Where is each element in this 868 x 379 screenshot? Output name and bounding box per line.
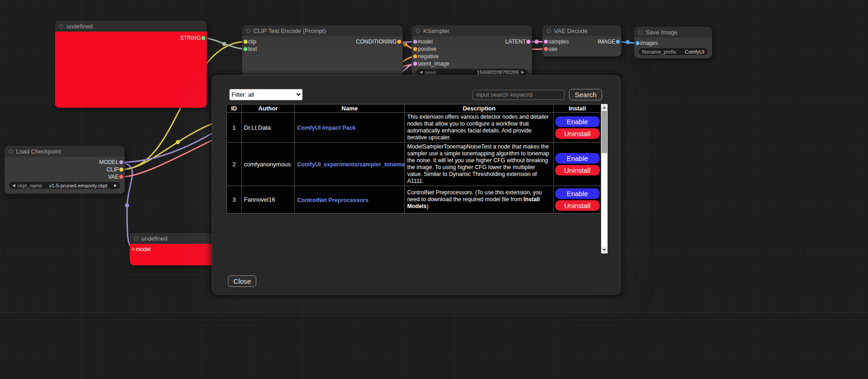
search-input[interactable] [473, 90, 564, 100]
node-undefined-top[interactable]: undefined STRING [55, 21, 207, 108]
output-label-string: STRING [180, 35, 201, 41]
wire-midpoint-dot [626, 40, 630, 44]
next-arrow-icon[interactable] [114, 182, 117, 189]
input-label-model: model [136, 246, 151, 253]
extension-link[interactable]: ComfyUI_experiments/sampler_tonemap [297, 161, 405, 168]
output-slot-latent[interactable] [526, 40, 531, 44]
canvas-axis-horizontal [0, 312, 868, 313]
input-slot-model[interactable] [131, 247, 135, 252]
close-button[interactable]: Close [228, 275, 256, 287]
output-label-latent: LATENT [505, 38, 526, 45]
widget-value-filename-prefix: ComfyUI [685, 49, 704, 55]
output-label-conditioning: CONDITIONING [356, 38, 397, 45]
widget-value-seed: 156680208700286 [477, 70, 519, 75]
slot-row: model LATENT [412, 38, 532, 45]
node-title: undefined [66, 23, 93, 30]
table-header-row: ID Author Name Description Install [227, 104, 601, 113]
scroll-down-button[interactable] [601, 247, 608, 253]
output-slot-clip[interactable] [119, 168, 123, 172]
node-vae-decode[interactable]: VAE Decode samples IMAGE vae [542, 25, 621, 56]
node-title-bar[interactable]: CLIP Text Encode (Prompt) [242, 25, 403, 36]
uninstall-button[interactable]: Uninstall [555, 165, 600, 176]
input-label-model: model [418, 38, 433, 45]
output-slot-string[interactable] [201, 36, 205, 40]
cell-author: Fannovel16 [242, 186, 295, 214]
input-slot-vae[interactable] [544, 47, 548, 51]
enable-button[interactable]: Enable [555, 116, 600, 127]
cell-description: ModelSamplerTonemapNoiseTest a node that… [405, 143, 554, 186]
increase-arrow-icon[interactable] [521, 69, 524, 76]
input-label-images: images [640, 40, 658, 46]
node-body: samples IMAGE vae [542, 36, 621, 56]
cell-install: Enable Uninstall [554, 143, 601, 186]
cell-author: comfyanonymous [242, 143, 295, 186]
input-label-vae: vae [548, 46, 557, 52]
cell-description: This extension offers various detector n… [405, 113, 554, 143]
input-slot-samples[interactable] [544, 40, 548, 44]
decrease-arrow-icon[interactable] [420, 69, 422, 76]
output-slot-image[interactable] [616, 40, 620, 44]
input-label-positive: positive [418, 46, 437, 52]
slot-row: text [242, 45, 403, 53]
node-collapse-dot[interactable] [416, 29, 420, 33]
previous-arrow-icon[interactable] [12, 182, 15, 189]
node-title-bar[interactable]: Save Image [634, 27, 712, 38]
node-collapse-dot[interactable] [9, 149, 13, 154]
table-scrollbar[interactable] [601, 104, 608, 253]
enable-button[interactable]: Enable [555, 188, 600, 199]
output-slot-vae[interactable] [119, 175, 123, 179]
node-title-bar[interactable]: Load Checkpoint [5, 146, 125, 157]
output-label-clip: CLIP [106, 166, 119, 173]
extension-link[interactable]: ControlNet Preprocessors [297, 197, 369, 203]
input-slot-text[interactable] [243, 47, 248, 51]
scroll-up-button[interactable] [601, 104, 608, 111]
node-title-bar[interactable]: VAE Decode [542, 25, 621, 36]
slot-row: clip CONDITIONING [242, 38, 403, 45]
table-row: 2 comfyanonymous ComfyUI_experiments/sam… [227, 143, 601, 186]
wire-midpoint-dot [176, 140, 180, 144]
col-header-name: Name [295, 104, 405, 113]
node-collapse-dot[interactable] [547, 29, 551, 33]
slot-row: VAE [5, 173, 125, 181]
node-save-image[interactable]: Save Image images filename_prefix ComfyU… [634, 27, 712, 58]
slot-row: positive [412, 45, 532, 53]
node-collapse-dot[interactable] [134, 236, 138, 241]
node-collapse-dot[interactable] [59, 24, 63, 28]
widget-ckpt-name[interactable]: ckpt_name v1-5-pruned-emaonly.ckpt [9, 182, 120, 189]
node-title-bar[interactable]: undefined [55, 21, 207, 32]
node-title: CLIP Text Encode (Prompt) [254, 27, 326, 34]
node-body: images filename_prefix ComfyUI [634, 38, 712, 58]
input-slot-latent-image[interactable] [413, 62, 417, 66]
output-slot-model[interactable] [119, 160, 123, 165]
col-header-install: Install [554, 104, 601, 113]
input-slot-images[interactable] [636, 41, 640, 45]
widget-filename-prefix[interactable]: filename_prefix ComfyUI [639, 48, 708, 55]
input-slot-clip[interactable] [243, 40, 248, 44]
widget-label-ckpt-name: ckpt_name [17, 183, 42, 188]
col-header-author: Author [242, 104, 295, 113]
dialog-toolbar: Filter: all Search [229, 89, 602, 100]
uninstall-button[interactable]: Uninstall [555, 200, 600, 211]
node-title: Load Checkpoint [16, 148, 61, 155]
enable-button[interactable]: Enable [555, 153, 600, 164]
search-button[interactable]: Search [569, 89, 602, 100]
output-label-image: IMAGE [597, 38, 615, 45]
uninstall-button[interactable]: Uninstall [555, 128, 600, 139]
output-slot-conditioning[interactable] [397, 40, 401, 44]
node-collapse-dot[interactable] [638, 30, 642, 34]
filter-select[interactable]: Filter: all [229, 89, 303, 100]
input-slot-negative[interactable] [413, 55, 417, 59]
input-slot-model[interactable] [413, 40, 417, 44]
cell-install: Enable Uninstall [554, 113, 601, 143]
output-label-model: MODEL [99, 159, 119, 165]
node-title-bar[interactable]: KSampler [412, 25, 532, 36]
input-slot-positive[interactable] [413, 47, 417, 51]
widget-seed[interactable]: seed 156680208700286 [416, 69, 527, 76]
node-title: undefined [141, 235, 167, 242]
extension-link[interactable]: ComfyUI Impact Pack [297, 125, 356, 131]
scroll-thumb[interactable] [602, 111, 607, 153]
node-load-checkpoint[interactable]: Load Checkpoint MODEL CLIP VAE ckpt_name… [5, 146, 125, 194]
cell-id: 2 [227, 143, 242, 186]
node-collapse-dot[interactable] [246, 29, 250, 33]
col-header-description: Description [405, 104, 554, 113]
